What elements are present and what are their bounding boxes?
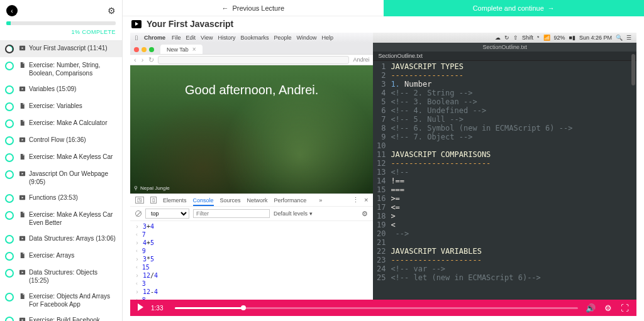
course-sidebar: ‹ ⚙ 1% COMPLETE Your First Javascript (1… xyxy=(0,0,123,321)
url-input[interactable] xyxy=(158,56,349,64)
lesson-item[interactable]: Exercise: Number, String, Boolean, Compa… xyxy=(0,57,122,81)
editor-line: 5<!-- 3. Boolean --> xyxy=(373,97,636,106)
editor-line: 13<!-- xyxy=(373,168,636,177)
console-filter-input[interactable] xyxy=(193,209,270,218)
lesson-item[interactable]: Variables (15:09) xyxy=(0,81,122,98)
menu-item[interactable]: Edit xyxy=(186,35,196,41)
lesson-title: Data Structures: Arrays (13:06) xyxy=(29,234,116,242)
editor-line: 21 xyxy=(373,238,636,247)
nav-buttons[interactable]: ‹›↻ xyxy=(134,56,154,64)
browser-location-bar: ‹›↻ Andrei xyxy=(130,54,373,65)
lesson-item[interactable]: Exercise: Build Facebook (11:16) xyxy=(0,312,122,321)
lesson-item[interactable]: Your First Javascript (11:41) xyxy=(0,40,122,57)
lesson-status-icon xyxy=(5,269,14,278)
inspect-icon[interactable]: ◳ xyxy=(135,197,144,204)
lesson-title: Variables (15:09) xyxy=(29,85,76,93)
greeting-text: Good afternoon, Andrei. xyxy=(130,65,373,115)
devtools-tab[interactable]: Sources xyxy=(220,197,241,204)
browser-tabstrip: New Tab × xyxy=(130,43,373,54)
lesson-title: Exercise: Make A Keyless Car xyxy=(29,153,113,161)
lesson-item[interactable]: Control Flow (16:36) xyxy=(0,132,122,149)
context-select[interactable]: top xyxy=(145,209,189,219)
clear-console-icon[interactable] xyxy=(135,210,142,217)
lesson-title: Exercise: Objects And Arrays For Faceboo… xyxy=(29,292,117,308)
volume-icon[interactable]: 🔊 xyxy=(586,303,596,313)
devtools-settings-icon[interactable]: ⋮ xyxy=(352,196,359,204)
clock-text: Sun 4:26 PM xyxy=(579,35,612,41)
lesson-item[interactable]: Data Structures: Objects (15:25) xyxy=(0,264,122,288)
menu-item[interactable]: Help xyxy=(322,35,334,41)
progress-bar xyxy=(6,21,116,25)
wifi-icon: 📶 xyxy=(543,35,550,41)
editor-scrollbar[interactable] xyxy=(631,54,635,313)
devtools-tab[interactable]: Network xyxy=(247,197,268,204)
seek-bar[interactable] xyxy=(175,307,578,309)
log-levels-select[interactable]: Default levels ▾ xyxy=(274,210,324,217)
play-button[interactable] xyxy=(138,303,143,312)
devtools-close-icon[interactable]: × xyxy=(364,196,368,204)
editor-tab[interactable]: SectionOutline.txt xyxy=(373,52,636,61)
play-icon xyxy=(19,170,26,177)
menu-item[interactable]: People xyxy=(274,35,291,41)
browser-tab[interactable]: New Tab × xyxy=(160,45,203,54)
document-icon xyxy=(19,102,26,109)
menu-item[interactable]: History xyxy=(218,35,235,41)
play-icon xyxy=(19,269,26,276)
battery-icon: ■▮ xyxy=(569,35,575,41)
lesson-item[interactable]: Exercise: Make A Calculator xyxy=(0,115,122,132)
lesson-item[interactable]: Exercise: Make A Keyless Car Even Better xyxy=(0,207,122,231)
lesson-item[interactable]: Exercise: Arrays xyxy=(0,248,122,264)
complete-continue-label: Complete and continue xyxy=(473,4,544,12)
fullscreen-icon[interactable]: ⛶ xyxy=(621,303,629,313)
window-controls[interactable] xyxy=(134,47,154,52)
lesson-status-icon xyxy=(5,252,14,261)
editor-line: 10 xyxy=(373,141,636,150)
current-time: 1:33 xyxy=(151,305,167,312)
console-line: ›3+4 xyxy=(135,222,368,231)
menu-item[interactable]: View xyxy=(201,35,213,41)
back-button[interactable]: ‹ xyxy=(6,5,18,16)
editor-line: 9<!-- 7. Object --> xyxy=(373,133,636,141)
lesson-item[interactable]: Javascript On Our Webpage (9:05) xyxy=(0,166,122,190)
mac-status-bar: ☁ ↻ ⇧ Shift * 📶 92% ■▮ Sun 4:26 PM 🔍 ☰ xyxy=(373,33,636,43)
lesson-status-icon xyxy=(5,136,14,145)
menu-item[interactable]: Bookmarks xyxy=(240,35,269,41)
settings-icon[interactable]: ⚙ xyxy=(108,6,116,16)
devtools-tabs: ◳ ▯ ElementsConsoleSourcesNetworkPerform… xyxy=(130,194,373,207)
lesson-item[interactable]: Functions (23:53) xyxy=(0,190,122,207)
lesson-item[interactable]: Exercise: Variables xyxy=(0,98,122,115)
document-icon xyxy=(19,62,26,68)
complete-continue-button[interactable]: Complete and continue → xyxy=(384,0,645,16)
player-settings-icon[interactable]: ⚙ xyxy=(604,303,612,313)
editor-line: 12---------------------- xyxy=(373,159,636,168)
editor-line: 25<!-- let (new in ECMAScript 6)--> xyxy=(373,273,636,282)
menu-item[interactable]: Window xyxy=(297,35,317,41)
console-line: ‹3 xyxy=(135,280,368,288)
devtools-tab[interactable]: Elements xyxy=(163,197,187,204)
play-icon xyxy=(19,194,26,201)
devtools-tab[interactable]: Performance xyxy=(274,197,307,204)
more-icon[interactable]: » xyxy=(319,197,322,204)
console-line: ›4+5 xyxy=(135,239,368,247)
lesson-item[interactable]: Data Structures: Arrays (13:06) xyxy=(0,231,122,248)
editor-line: 1JAVASCRIPT TYPES xyxy=(373,62,636,71)
device-icon[interactable]: ▯ xyxy=(150,197,157,204)
text-editor-mock: ☁ ↻ ⇧ Shift * 📶 92% ■▮ Sun 4:26 PM 🔍 ☰ xyxy=(373,33,636,316)
apple-logo-icon:  xyxy=(135,34,138,41)
console-line: ‹15 xyxy=(135,263,368,271)
console-settings-icon[interactable]: ⚙ xyxy=(362,210,368,218)
shift-icon: ⇧ xyxy=(513,35,518,41)
lesson-item[interactable]: Exercise: Make A Keyless Car xyxy=(0,149,122,166)
lesson-status-icon xyxy=(5,119,14,128)
menu-item[interactable]: File xyxy=(172,35,181,41)
close-icon[interactable]: × xyxy=(192,46,196,53)
console-toolbar: top Default levels ▾ ⚙ xyxy=(130,207,373,221)
lesson-status-icon xyxy=(5,62,14,70)
play-icon xyxy=(131,20,142,28)
lesson-list: Your First Javascript (11:41)Exercise: N… xyxy=(0,40,122,321)
devtools-tab[interactable]: Console xyxy=(193,197,214,206)
lesson-status-icon xyxy=(5,170,14,179)
lesson-status-icon xyxy=(5,102,14,111)
previous-lecture-button[interactable]: ← Previous Lecture xyxy=(123,0,384,16)
lesson-item[interactable]: Exercise: Objects And Arrays For Faceboo… xyxy=(0,288,122,312)
